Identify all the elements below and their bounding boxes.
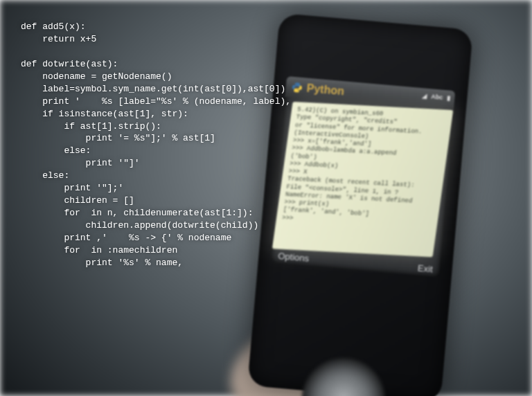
python-logo-icon <box>291 82 303 93</box>
dpad-button[interactable] <box>299 354 389 396</box>
signal-icon: ◢ <box>422 92 427 100</box>
input-mode: Abc <box>431 93 443 100</box>
battery-icon: ▮ <box>447 94 451 101</box>
code-overlay: def add5(x): return x+5 def dotwrite(ast… <box>21 21 291 269</box>
status-bar: ◢ Abc ▮ <box>422 92 451 102</box>
app-title: Python <box>306 82 345 98</box>
python-console: 5.42)(C) on symbian_s60Type "copyright",… <box>272 102 453 257</box>
phone-screen-bezel: Python ◢ Abc ▮ 5.42)(C) on symbian_s60Ty… <box>271 76 456 277</box>
softkey-right[interactable]: Exit <box>417 262 433 274</box>
